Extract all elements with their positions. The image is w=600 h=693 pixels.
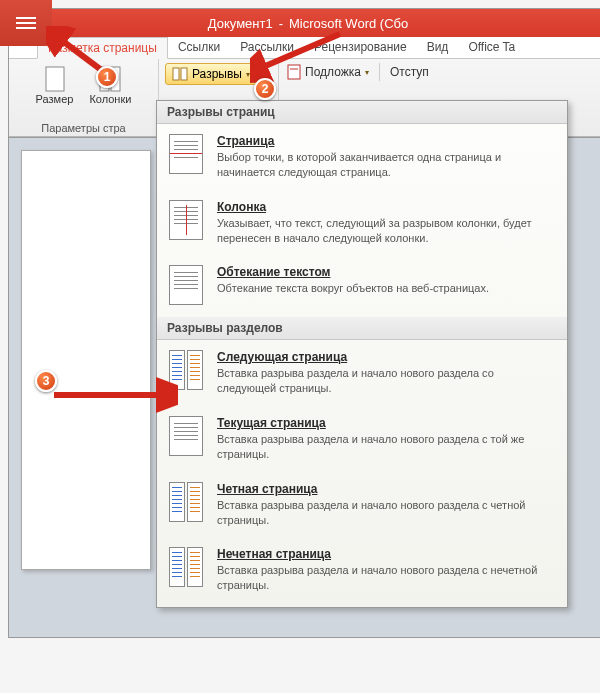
chevron-down-icon: ▾ [365,68,369,77]
app-name: Microsoft Word (Сбо [289,16,408,31]
svg-rect-3 [173,68,179,80]
indent-label: Отступ [390,65,429,79]
watermark-icon [287,64,301,80]
break-item-column[interactable]: Колонка Указывает, что текст, следующий … [157,190,567,256]
file-tab[interactable] [0,0,52,46]
svg-rect-7 [16,17,36,19]
break-item-next-page[interactable]: Следующая страница Вставка разрыва разде… [157,340,567,406]
tab-office[interactable]: Office Ta [458,37,525,58]
callout-2: 2 [254,78,276,100]
page-break-icon [169,134,205,176]
watermark-button[interactable]: Подложка ▾ [287,64,369,80]
section-header-section-breaks: Разрывы разделов [157,317,567,340]
continuous-break-icon [169,416,205,458]
breaks-dropdown: Разрывы страниц Страница Выбор точки, в … [156,100,568,608]
break-item-even-page[interactable]: Четная страница Вставка разрыва раздела … [157,472,567,538]
even-page-break-icon [169,482,205,524]
text-wrap-break-icon [169,265,205,307]
callout-3: 3 [35,370,57,392]
callout-1: 1 [96,66,118,88]
break-item-current-page[interactable]: Текущая страница Вставка разрыва раздела… [157,406,567,472]
break-item-text-wrap[interactable]: Обтекание текстом Обтекание текста вокру… [157,255,567,317]
chevron-down-icon: ▾ [246,70,250,79]
tab-page-layout[interactable]: Разметка страницы [37,37,168,59]
svg-rect-8 [16,22,36,24]
size-button[interactable]: Размер [32,63,78,107]
page-size-icon [43,65,67,93]
group-label-page-setup: Параметры стра [13,122,154,134]
break-item-page[interactable]: Страница Выбор точки, в которой заканчив… [157,124,567,190]
break-item-odd-page[interactable]: Нечетная страница Вставка разрыва раздел… [157,537,567,603]
next-page-break-icon [169,350,205,392]
breaks-icon [172,67,188,81]
svg-rect-4 [181,68,187,80]
breaks-button[interactable]: Разрывы ▾ [165,63,257,85]
tab-references[interactable]: Ссылки [168,37,230,58]
odd-page-break-icon [169,547,205,589]
document-title: Документ1 [208,16,273,31]
tab-mailings[interactable]: Рассылки [230,37,304,58]
page [21,150,151,570]
group-page-setup: Размер Колонки Параметры стра [9,59,159,136]
ribbon-tabs: Разметка страницы Ссылки Рассылки Реценз… [9,37,600,59]
column-break-icon [169,200,205,242]
svg-rect-0 [46,67,64,91]
file-menu-icon [14,14,38,32]
svg-rect-5 [288,65,300,79]
tab-review[interactable]: Рецензирование [304,37,417,58]
title-bar: Документ1 - Microsoft Word (Сбо [9,9,600,37]
section-header-page-breaks: Разрывы страниц [157,101,567,124]
svg-rect-9 [16,27,36,29]
tab-view[interactable]: Вид [417,37,459,58]
